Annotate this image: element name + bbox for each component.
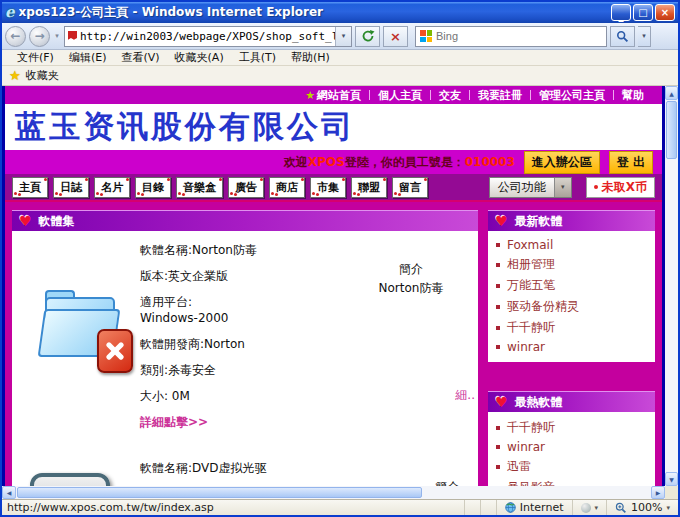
xcoin-button[interactable]: 未取X币 (586, 177, 655, 198)
scroll-up-button[interactable]: ▲ (665, 86, 678, 100)
tab-advert[interactable]: 廣告 (228, 177, 264, 198)
title-bar[interactable]: e xpos123-公司主頁 - Windows Internet Explor… (2, 2, 678, 23)
site-top-nav: ★網站首頁 個人主頁 交友 我要註冊 管理公司主頁 幫助 (5, 86, 662, 104)
vertical-scroll-thumb[interactable] (666, 101, 677, 159)
search-button[interactable] (610, 26, 635, 47)
detail-link[interactable]: 詳細點擊>> (140, 415, 348, 429)
topnav-site-home[interactable]: ★網站首頁 (297, 88, 369, 103)
favorites-label[interactable]: 收藏夹 (26, 68, 59, 83)
vertical-scrollbar[interactable]: ▲ ▼ (665, 86, 678, 486)
protected-mode-button[interactable]: ▾ (572, 500, 607, 515)
tab-alliance[interactable]: 聯盟 (351, 177, 387, 198)
menu-view[interactable]: 查看(V) (114, 50, 166, 65)
ie-logo-icon: e (5, 5, 15, 20)
close-button[interactable]: × (655, 4, 675, 21)
stop-button[interactable]: × (383, 26, 408, 47)
company-functions-label: 公司功能 (498, 179, 546, 196)
minimize-icon: _ (619, 11, 624, 21)
tab-message[interactable]: 留言 (392, 177, 428, 198)
software-link[interactable]: 千千静听 (496, 317, 647, 338)
company-name: 蓝玉资讯股份有限公司 (15, 106, 355, 148)
hot-panel-body: 千千静听 winrar 迅雷 暴风影音 卡巴基斯 DVD虚拟光驱 (488, 412, 655, 486)
software-version: 版本:英文企業版 (140, 269, 348, 283)
horizontal-scroll-thumb[interactable] (17, 487, 422, 498)
software-link[interactable]: 驱动备份精灵 (496, 296, 647, 317)
horizontal-scroll-track[interactable] (16, 486, 651, 499)
menu-edit[interactable]: 编辑(E) (62, 50, 114, 65)
search-input[interactable] (436, 30, 602, 42)
broken-page-icon (68, 31, 77, 42)
tab-diary[interactable]: 日誌 (53, 177, 89, 198)
intro-title: 簡介 (348, 479, 478, 486)
software-name: 軟體名稱:Norton防毒 (140, 243, 348, 257)
search-options-dropdown[interactable]: ▾ (638, 26, 651, 47)
address-bar[interactable]: ▾ (64, 26, 352, 47)
page-viewport: ★網站首頁 個人主頁 交友 我要註冊 管理公司主頁 幫助 蓝玉资讯股份有限公司 … (2, 86, 678, 486)
software-intro: 簡介 虚拟光驱,非常好用的DVD虚拟光驱！ (348, 461, 478, 486)
platform-value: Windows-2000 (140, 311, 348, 325)
horizontal-scrollbar[interactable]: ◀ ▶ (2, 486, 678, 499)
topnav-personal-home[interactable]: 個人主頁 (370, 88, 430, 103)
heart-icon: ♥ (19, 214, 32, 228)
maximize-button[interactable]: □ (633, 4, 653, 21)
tab-shop[interactable]: 商店 (269, 177, 305, 198)
globe-icon (505, 502, 516, 513)
software-link[interactable]: winrar (496, 438, 647, 456)
scroll-left-button[interactable]: ◀ (2, 486, 16, 499)
minimize-button[interactable]: _ (611, 4, 631, 21)
scroll-left-icon: ◀ (7, 489, 12, 496)
software-link[interactable]: 迅雷 (496, 456, 647, 477)
chevron-down-icon: ▾ (342, 32, 346, 40)
menu-help[interactable]: 帮助(H) (284, 50, 337, 65)
menu-file[interactable]: 文件(F) (10, 50, 61, 65)
zoom-control[interactable]: 100% ▾ (606, 500, 678, 515)
topnav-help[interactable]: 幫助 (614, 88, 652, 103)
software-link[interactable]: 万能五笔 (496, 275, 647, 296)
scroll-right-button[interactable]: ▶ (651, 486, 665, 499)
address-dropdown[interactable]: ▾ (335, 27, 351, 46)
topnav-friends[interactable]: 交友 (431, 88, 469, 103)
chevron-down-icon: ▾ (554, 178, 571, 197)
scroll-right-icon: ▶ (656, 489, 661, 496)
tab-musicbox[interactable]: 音樂盒 (176, 177, 223, 198)
tab-market[interactable]: 市集 (310, 177, 346, 198)
topnav-manage-company[interactable]: 管理公司主頁 (531, 88, 613, 103)
search-box[interactable] (415, 26, 607, 47)
vertical-scroll-track[interactable] (665, 100, 678, 472)
company-functions-select[interactable]: 公司功能 ▾ (489, 177, 572, 198)
url-input[interactable] (80, 30, 335, 43)
hot-software-panel: ♥ 最熱軟體 千千静听 winrar 迅雷 暴风影音 卡巴基斯 DVD虚拟光驱 (488, 391, 655, 486)
main-content: ♥ 軟體集 軟體名稱:Norton防毒 (5, 202, 662, 486)
history-dropdown[interactable]: ▾ (53, 32, 61, 40)
chevron-down-icon: ▾ (666, 504, 670, 512)
browser-window: e xpos123-公司主頁 - Windows Internet Explor… (0, 0, 680, 517)
status-segment (480, 500, 496, 515)
software-link[interactable]: 千千静听 (496, 417, 647, 438)
tab-namecard[interactable]: 名片 (94, 177, 130, 198)
menu-favorites[interactable]: 收藏夹(A) (168, 50, 231, 65)
status-bar: http://www.xpos.com.tw/tw/index.asp Inte… (2, 499, 678, 515)
software-link[interactable]: Foxmail (496, 236, 647, 254)
close-icon: × (661, 8, 669, 18)
tab-catalog[interactable]: 目錄 (135, 177, 171, 198)
topnav-register[interactable]: 我要註冊 (470, 88, 530, 103)
software-link[interactable]: 相册管理 (496, 254, 647, 275)
truncated-detail-text: 細.. (455, 387, 475, 404)
software-link[interactable]: winrar (496, 338, 647, 356)
tab-home[interactable]: 主頁 (12, 177, 48, 198)
refresh-button[interactable] (355, 26, 380, 47)
software-link[interactable]: 暴风影音 (496, 477, 647, 486)
security-zone: Internet (496, 500, 572, 515)
star-icon: ★ (305, 89, 315, 102)
back-button[interactable]: ← (5, 26, 26, 47)
welcome-user: XPOS (308, 155, 345, 169)
hot-panel-header: ♥ 最熱軟體 (488, 391, 655, 412)
menu-tools[interactable]: 工具(T) (232, 50, 283, 65)
forward-icon: → (34, 29, 44, 43)
forward-button[interactable]: → (29, 26, 50, 47)
latest-panel-title: 最新軟體 (515, 213, 563, 230)
logout-button[interactable]: 登 出 (609, 151, 653, 174)
software-icon-cell: DVD (24, 461, 140, 486)
scroll-down-button[interactable]: ▼ (665, 472, 678, 486)
enter-office-button[interactable]: 進入辦公區 (524, 151, 600, 174)
